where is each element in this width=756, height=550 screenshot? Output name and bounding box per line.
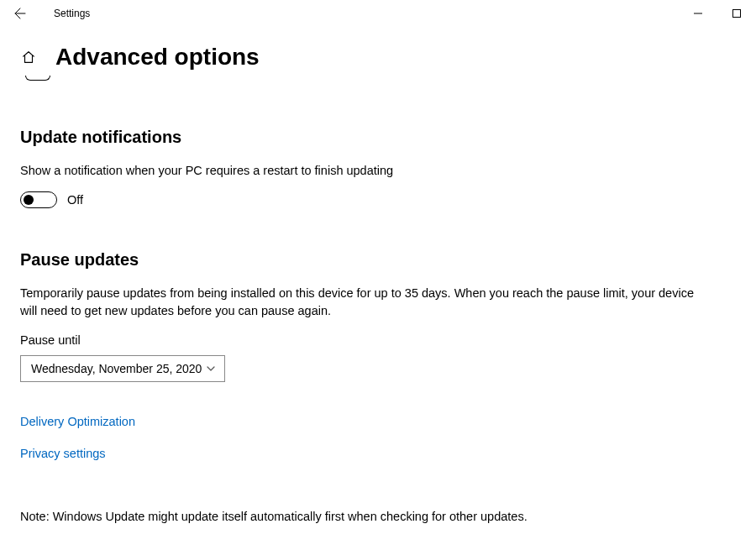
window-title: Settings [54, 8, 90, 19]
pause-until-value: Wednesday, November 25, 2020 [31, 362, 202, 375]
update-notifications-toggle[interactable] [20, 191, 57, 208]
minimize-icon [694, 9, 702, 18]
maximize-button[interactable] [717, 0, 756, 27]
home-icon [21, 50, 36, 65]
home-button[interactable] [20, 50, 37, 65]
toggle-state-label: Off [67, 193, 83, 207]
back-arrow-icon [13, 7, 27, 20]
related-links: Delivery Optimization Privacy settings [20, 414, 736, 461]
update-notifications-description: Show a notification when your PC require… [20, 162, 709, 180]
section-heading-pause-updates: Pause updates [20, 250, 736, 270]
minimize-button[interactable] [679, 0, 717, 27]
pause-updates-description: Temporarily pause updates from being ins… [20, 285, 709, 320]
titlebar: Settings [0, 0, 756, 27]
page-header: Advanced options [0, 27, 756, 71]
chevron-down-icon [206, 364, 216, 374]
section-heading-update-notifications: Update notifications [20, 128, 736, 147]
page-title: Advanced options [55, 44, 260, 71]
content-area: Update notifications Show a notification… [0, 128, 756, 550]
note-windows-update: Note: Windows Update might update itself… [20, 508, 736, 526]
link-privacy-settings[interactable]: Privacy settings [20, 447, 106, 460]
pause-until-label: Pause until [20, 333, 736, 347]
link-delivery-optimization[interactable]: Delivery Optimization [20, 415, 135, 428]
pause-until-select[interactable]: Wednesday, November 25, 2020 [20, 355, 225, 382]
cropped-element-stub [25, 76, 50, 81]
update-notifications-toggle-row: Off [20, 191, 736, 208]
svg-rect-1 [733, 10, 741, 18]
back-button[interactable] [7, 0, 34, 27]
toggle-knob [24, 195, 34, 205]
notes-block: Note: Windows Update might update itself… [20, 508, 736, 550]
maximize-icon [732, 9, 741, 18]
window-controls [679, 0, 756, 27]
